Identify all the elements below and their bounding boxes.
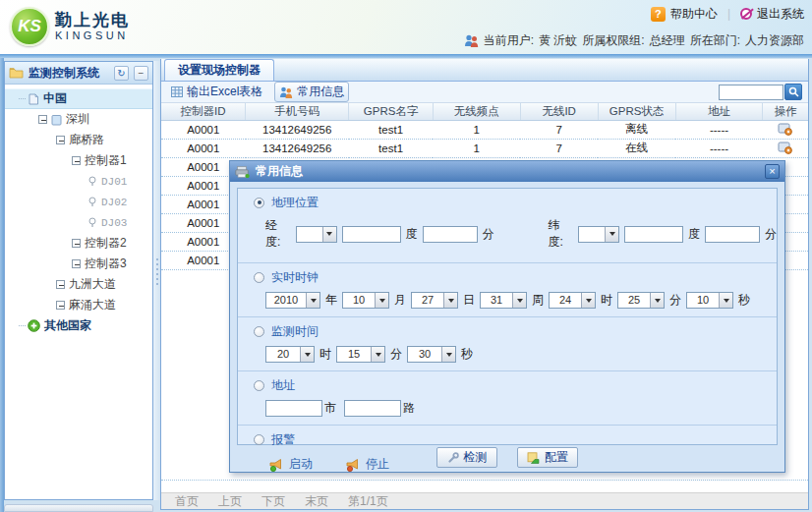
first-page-link[interactable]: 首页 [175,493,199,510]
tree-item-dj02[interactable]: DJ02 [5,192,152,212]
latitude-degree-input[interactable] [624,226,683,243]
monitor-hour-select[interactable]: 20 [265,346,315,363]
alarm-radio[interactable] [254,434,264,445]
search-button[interactable] [784,84,802,100]
collapse-icon[interactable] [134,66,148,81]
chevron-down-icon[interactable] [322,227,336,242]
tree-item-dj01[interactable]: DJ01 [5,171,152,192]
chevron-down-icon[interactable] [375,293,388,308]
road-input[interactable] [344,400,401,417]
collapsed-panel-stub[interactable] [4,504,153,512]
tree-expander-icon[interactable] [38,115,47,124]
col-address[interactable]: 地址 [675,103,763,120]
geo-position-radio[interactable] [254,198,264,208]
tree-item-china[interactable]: 中国 [5,88,152,109]
tree-item-langqiaolu[interactable]: 廊桥路 [5,130,152,150]
monitor-second-select[interactable]: 30 [407,346,456,363]
tree-item-dj03[interactable]: DJ03 [5,212,152,233]
year-select[interactable]: 2010 [265,292,320,309]
monitor-time-radio[interactable] [254,326,264,337]
realtime-clock-radio[interactable] [254,272,264,283]
latitude-select[interactable] [578,226,619,243]
tree-expander-icon[interactable] [56,280,65,289]
chevron-down-icon[interactable] [443,293,457,308]
exit-system-link[interactable]: 退出系统 [740,6,804,23]
minute-select[interactable]: 25 [617,292,665,309]
tree-item-controller3[interactable]: 控制器3 [5,254,152,274]
monitor-minute-select[interactable]: 15 [336,346,385,363]
device-tree: 中国 深圳 廊桥路 控制器1 D [5,85,152,336]
tree-item-controller2[interactable]: 控制器2 [5,233,152,254]
close-icon[interactable] [765,164,780,179]
tree-expander-icon[interactable] [72,239,81,248]
tree-item-machong-avenue[interactable]: 麻涌大道 [5,295,152,315]
page-info: 第1/1页 [348,493,388,510]
table-row[interactable]: A0001 13412649256 test1 1 7 离线 ----- [161,120,808,139]
dialog-header[interactable]: 常用信息 [230,161,784,182]
config-button[interactable]: 配置 [517,447,578,468]
hour-select[interactable]: 24 [549,292,596,309]
help-center-link[interactable]: 帮助中心 [651,6,718,23]
permission-group-value: 总经理 [650,32,685,49]
chevron-down-icon[interactable] [371,347,384,362]
chevron-down-icon[interactable] [719,293,732,308]
longitude-select[interactable] [296,226,337,243]
col-gprs-name[interactable]: GPRS名字 [349,103,434,120]
tab-set-field-controller[interactable]: 设置现场控制器 [164,59,274,81]
next-page-link[interactable]: 下页 [261,493,285,510]
last-page-link[interactable]: 末页 [305,493,328,510]
configure-icon[interactable] [778,141,792,154]
city-input[interactable] [265,400,322,417]
col-controller-id[interactable]: 控制器ID [161,103,246,120]
table-row[interactable]: A0001 13412649256 test1 1 7 在线 ----- [161,139,808,157]
printer-icon [235,166,250,178]
current-user-label: 当前用户: [484,32,534,49]
help-center-label: 帮助中心 [670,6,718,23]
tree-item-label: 深圳 [66,111,89,128]
month-select[interactable]: 10 [342,292,389,309]
department-value: 人力资源部 [745,32,804,49]
search-input[interactable] [719,85,783,100]
refresh-icon[interactable] [114,66,129,81]
export-excel-button[interactable]: 输出Excel表格 [167,83,266,101]
chevron-down-icon[interactable] [512,293,526,308]
exit-system-label: 退出系统 [757,6,804,23]
chevron-down-icon[interactable] [306,293,319,308]
col-wireless-id[interactable]: 无线ID [520,103,598,120]
tree-item-controller1[interactable]: 控制器1 [5,150,152,171]
section-address: 地址 市 路 [238,370,777,425]
road-unit: 路 [403,400,415,417]
tree-expander-icon[interactable] [72,259,81,268]
latitude-minute-input[interactable] [705,226,760,243]
tree-item-jiuzhou-avenue[interactable]: 九洲大道 [5,274,152,295]
panel-splitter[interactable] [153,61,160,500]
chevron-down-icon[interactable] [581,293,595,308]
chevron-down-icon[interactable] [441,347,455,362]
week-select[interactable]: 31 [480,292,527,309]
chevron-down-icon[interactable] [605,227,618,242]
day-select[interactable]: 27 [411,292,458,309]
chevron-down-icon[interactable] [300,347,314,362]
tree-item-other-countries[interactable]: 其他国家 [5,315,152,336]
tree-item-shenzhen[interactable]: 深圳 [5,109,152,130]
top-header: KS 勤上光电 KINGSUN 帮助中心 | 退出系统 当前用户: 黄 沂蚊 [0,0,812,54]
tree-expander-icon[interactable] [72,156,81,165]
detect-label: 检测 [464,449,488,466]
col-gprs-status[interactable]: GPRS状态 [598,103,675,120]
configure-icon[interactable] [778,122,792,136]
chevron-down-icon[interactable] [650,293,664,308]
longitude-degree-input[interactable] [342,226,401,243]
col-wireless-freq[interactable]: 无线频点 [433,103,520,120]
expand-plus-icon[interactable] [28,319,40,332]
section-realtime-clock: 实时时钟 2010 年 10 月 27 [238,262,777,316]
common-info-button[interactable]: 常用信息 [274,82,349,102]
longitude-minute-input[interactable] [423,226,478,243]
tree-expander-icon[interactable] [56,301,65,310]
second-select[interactable]: 10 [686,292,733,309]
exit-icon [740,8,752,20]
prev-page-link[interactable]: 上页 [218,493,242,510]
detect-button[interactable]: 检测 [436,447,497,468]
tree-expander-icon[interactable] [56,136,65,144]
address-radio[interactable] [254,380,264,391]
col-phone[interactable]: 手机号码 [246,103,349,120]
